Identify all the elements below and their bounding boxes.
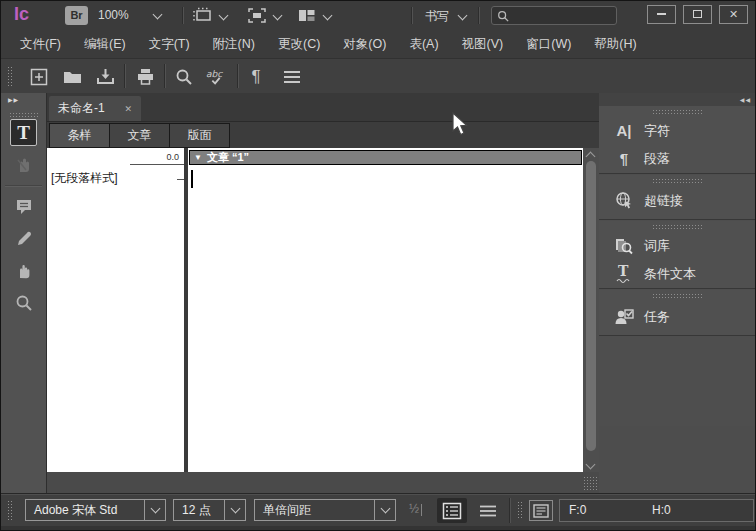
- minimize-button[interactable]: [647, 5, 676, 24]
- bar-drag-handle[interactable]: [7, 500, 13, 521]
- spellcheck-icon[interactable]: abc: [205, 66, 227, 88]
- dock-group-reference: 词库 T 条件文本: [599, 221, 756, 289]
- chevron-down-icon[interactable]: [153, 10, 163, 20]
- tab-story[interactable]: 文章: [109, 123, 170, 148]
- close-button[interactable]: ✕: [719, 5, 748, 24]
- leading-value: 单倍间距: [255, 500, 374, 520]
- panel-paragraph[interactable]: ¶ 段落: [599, 145, 756, 172]
- menu-view[interactable]: 视图(V): [453, 32, 513, 57]
- hand-tool[interactable]: [10, 257, 37, 284]
- dock-group-text: A| 字符 ¶ 段落: [599, 106, 756, 174]
- menu-type[interactable]: 文字(T): [140, 32, 199, 57]
- zoom-level-dropdown[interactable]: 100%: [98, 8, 129, 22]
- thesaurus-panel-icon: [612, 236, 636, 256]
- panel-assignments[interactable]: 任务: [599, 303, 756, 330]
- panel-drag-handle[interactable]: [652, 178, 704, 183]
- resize-grip[interactable]: [583, 476, 597, 490]
- type-tool[interactable]: T: [10, 119, 37, 146]
- collapse-dock-icon[interactable]: ◀◀: [740, 96, 751, 103]
- window-bottom-edge: [1, 526, 755, 531]
- panel-drag-handle[interactable]: [652, 224, 704, 229]
- bar-menu-icon[interactable]: [479, 505, 497, 517]
- tools-drag-handle[interactable]: [9, 112, 39, 117]
- bridge-button[interactable]: Br: [65, 6, 88, 25]
- save-icon[interactable]: [94, 66, 116, 88]
- chevron-down-icon[interactable]: [458, 11, 468, 21]
- panel-character[interactable]: A| 字符: [599, 117, 756, 144]
- show-hidden-characters-icon[interactable]: ¶: [245, 66, 267, 88]
- dock-group-hyperlinks: 超链接: [599, 175, 756, 220]
- font-size-dropdown[interactable]: 12 点: [173, 499, 246, 521]
- divider: [411, 7, 412, 24]
- search-icon: [497, 10, 509, 22]
- panel-hyperlinks[interactable]: 超链接: [599, 187, 756, 214]
- workspace-switcher[interactable]: 书写: [425, 8, 449, 25]
- line-numbers-icon[interactable]: ½: [409, 502, 422, 516]
- menu-changes[interactable]: 更改(C): [269, 32, 329, 57]
- story-header-bar[interactable]: ▼ 文章 “1”: [189, 150, 582, 165]
- eyedropper-tool[interactable]: [10, 225, 37, 252]
- menu-edit[interactable]: 编辑(E): [75, 32, 135, 57]
- text-display-icon[interactable]: [281, 66, 303, 88]
- view-options-icon[interactable]: [191, 7, 213, 24]
- font-family-dropdown[interactable]: Adobe 宋体 Std: [25, 499, 166, 521]
- menu-file[interactable]: 文件(F): [11, 32, 70, 57]
- depth-ruler-tick: [177, 179, 184, 180]
- chevron-down-icon[interactable]: [323, 11, 333, 21]
- print-icon[interactable]: [134, 66, 156, 88]
- chevron-down-icon[interactable]: [219, 11, 229, 21]
- expand-panel-icon[interactable]: ▶▶: [8, 96, 19, 103]
- scroll-down-icon[interactable]: [586, 460, 596, 470]
- screen-mode-icon[interactable]: [247, 7, 267, 24]
- arrange-documents-icon[interactable]: [297, 7, 317, 24]
- copyfit-lines-value: F:0: [569, 500, 586, 521]
- chevron-down-icon[interactable]: [224, 500, 245, 520]
- collapse-story-icon[interactable]: ▼: [194, 153, 202, 162]
- story-title: 文章 “1”: [207, 150, 249, 165]
- font-size-value: 12 点: [174, 500, 224, 520]
- panel-label: 词库: [644, 237, 670, 255]
- tab-layout[interactable]: 版面: [169, 123, 230, 148]
- panel-drag-handle[interactable]: [652, 109, 704, 114]
- open-folder-icon[interactable]: [61, 66, 83, 88]
- panel-conditional-text[interactable]: T 条件文本: [599, 260, 756, 287]
- vertical-scrollbar[interactable]: [583, 148, 599, 472]
- maximize-button[interactable]: [683, 5, 712, 24]
- copyfit-frame-button[interactable]: [529, 500, 553, 521]
- scrollbar-thumb[interactable]: [586, 161, 596, 451]
- story-text-area[interactable]: ▼ 文章 “1”: [188, 148, 583, 472]
- tab-galley[interactable]: 条样: [49, 123, 110, 148]
- scroll-up-icon[interactable]: [586, 152, 596, 162]
- note-tool[interactable]: [10, 193, 37, 220]
- search-box[interactable]: [491, 6, 617, 25]
- chevron-down-icon[interactable]: [374, 500, 395, 520]
- new-document-icon[interactable]: [28, 66, 50, 88]
- chevron-down-icon[interactable]: [273, 11, 283, 21]
- document-bottom-strip: [47, 472, 599, 493]
- info-column-toggle[interactable]: [437, 498, 467, 523]
- copyfit-drag-handle[interactable]: [517, 501, 523, 520]
- font-family-value: Adobe 宋体 Std: [26, 500, 144, 520]
- depth-ruler-value: 0.0: [166, 152, 179, 162]
- menu-help[interactable]: 帮助(H): [585, 32, 645, 57]
- close-tab-icon[interactable]: ✕: [124, 104, 132, 114]
- panel-thesaurus[interactable]: 词库: [599, 232, 756, 259]
- chevron-down-icon[interactable]: [144, 500, 165, 520]
- menu-notes[interactable]: 附注(N): [204, 32, 264, 57]
- position-tool[interactable]: [10, 151, 37, 178]
- search-input[interactable]: [509, 10, 609, 22]
- menu-object[interactable]: 对象(O): [334, 32, 395, 57]
- divider: [182, 7, 183, 24]
- toolbar-drag-handle[interactable]: [7, 66, 13, 88]
- document-tab-title: 未命名-1: [58, 100, 124, 117]
- document-tab[interactable]: 未命名-1 ✕: [49, 96, 141, 121]
- zoom-tool[interactable]: [10, 289, 37, 316]
- menu-window[interactable]: 窗口(W): [517, 32, 580, 57]
- menu-table[interactable]: 表(A): [400, 32, 447, 57]
- main-area: ▶▶ T 未命: [1, 93, 756, 493]
- panel-drag-handle[interactable]: [652, 293, 704, 298]
- find-icon[interactable]: [173, 66, 195, 88]
- leading-dropdown[interactable]: 单倍间距: [254, 499, 396, 521]
- mouse-cursor: [452, 112, 470, 138]
- svg-text:abc: abc: [206, 68, 223, 79]
